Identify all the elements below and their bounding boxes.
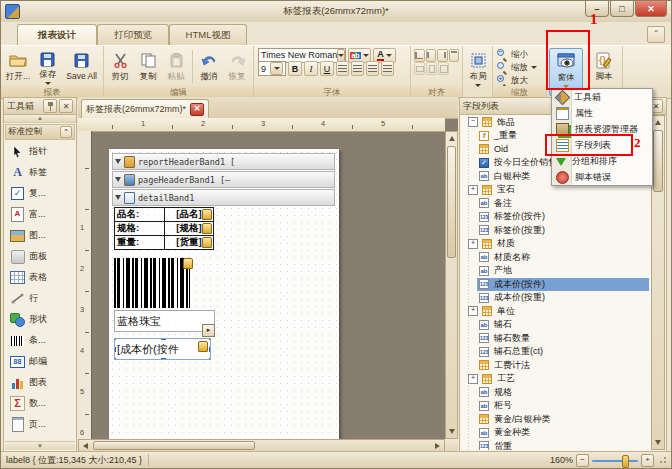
field-item[interactable]: 备注 (463, 197, 649, 210)
field-item[interactable]: +工艺 (463, 373, 649, 386)
field-item[interactable]: +材质 (463, 238, 649, 251)
canvas-vertical-scrollbar[interactable] (445, 131, 458, 439)
underline-button[interactable]: U (320, 61, 334, 76)
scroll-left-icon[interactable] (83, 443, 88, 449)
selection-handle[interactable] (114, 347, 116, 352)
field-item[interactable]: 材质名称 (463, 251, 649, 264)
field-item[interactable]: 辅石 (463, 319, 649, 332)
size-same-height-button[interactable] (426, 62, 437, 75)
pin-icon[interactable] (43, 99, 57, 113)
open-button[interactable]: 打开... (3, 48, 33, 85)
selection-handle[interactable] (209, 347, 211, 352)
band-collapse-icon[interactable] (115, 195, 121, 200)
font-name-caret[interactable] (337, 49, 345, 62)
align-tops-button[interactable] (449, 49, 460, 62)
tool-pointer[interactable]: 指针 (4, 141, 76, 162)
field-item[interactable]: +单位 (463, 305, 649, 318)
size-same-both-button[interactable] (438, 62, 449, 75)
field-list-scrollbar[interactable] (651, 115, 665, 450)
selection-handle[interactable] (114, 338, 116, 340)
zoom-out-stepper[interactable]: − (576, 454, 589, 467)
copy-button[interactable]: 复制 (134, 48, 162, 85)
zoom-button[interactable]: 缩放 (495, 61, 544, 74)
table-row[interactable]: 规格: [规格] (115, 222, 214, 236)
redo-button[interactable]: 恢复 (223, 48, 251, 85)
font-size-caret[interactable] (270, 62, 283, 75)
scrollbar-thumb[interactable] (447, 146, 456, 258)
expand-expander-icon[interactable]: + (468, 306, 478, 316)
document-tab[interactable]: 标签报表(26mmx72mm)* ✕ (81, 99, 209, 119)
scroll-down-icon[interactable] (655, 440, 661, 445)
toolbox-scroll-down[interactable]: ▼ (5, 441, 75, 450)
tool-zipcode[interactable]: 88 邮编 (4, 351, 76, 372)
ribbon-collapse-button[interactable]: ⌃ (647, 26, 665, 43)
zoom-in-stepper[interactable]: + (641, 454, 654, 467)
field-item[interactable]: 规格 (463, 386, 649, 399)
company-label-element[interactable]: 蓝格珠宝 (114, 310, 215, 332)
tool-richtext[interactable]: A 富... (4, 204, 76, 225)
field-item[interactable]: 黄金/白银种类 (463, 413, 649, 426)
cut-button[interactable]: 剪切 (106, 48, 134, 85)
align-rights-button[interactable] (437, 49, 448, 62)
close-button[interactable]: ✕ (635, 1, 667, 17)
scroll-up-icon[interactable] (655, 120, 661, 125)
field-item[interactable]: 成本价(按重) (463, 292, 649, 305)
align-text-center-button[interactable] (351, 61, 364, 76)
paste-button[interactable]: 粘贴 (162, 48, 190, 85)
band-report-header[interactable]: reportHeaderBand1 [ (112, 153, 335, 170)
zoom-slider-thumb[interactable] (622, 455, 629, 468)
scroll-down-icon[interactable] (449, 429, 455, 434)
tool-chart[interactable]: 图表 (4, 372, 76, 393)
field-item[interactable]: 标签价(按件) (463, 211, 649, 224)
smart-tag-icon[interactable]: ▸ (202, 324, 215, 337)
tool-panel[interactable]: 面板 (4, 246, 76, 267)
tool-checkbox[interactable]: ✓ 复... (4, 183, 76, 204)
tool-barcode[interactable]: 条... (4, 330, 76, 351)
field-item[interactable]: 工费计法 (463, 359, 649, 372)
layout-button[interactable]: 布局 (465, 48, 491, 98)
toolbox-scroll-up[interactable]: ▲ (4, 115, 76, 123)
barcode-element[interactable] (114, 258, 190, 308)
tool-line[interactable]: 行 (4, 288, 76, 309)
zoom-slider[interactable] (592, 455, 638, 466)
toolbox-close-icon[interactable]: ✕ (59, 99, 73, 113)
font-size-combo[interactable]: 9 (258, 61, 286, 76)
scrollbar-thumb[interactable] (93, 441, 255, 450)
menu-item-properties[interactable]: 属性 (552, 105, 652, 121)
scroll-up-icon[interactable] (449, 136, 455, 141)
toolbox-section-standard-controls[interactable]: 标准控制 ⌃ (5, 124, 75, 140)
tool-shape[interactable]: 形状 (4, 309, 76, 330)
resize-grip[interactable] (659, 456, 667, 464)
expand-expander-icon[interactable]: + (468, 239, 478, 249)
field-item-selected[interactable]: 成本价(按件) (463, 278, 649, 291)
table-row[interactable]: 重量: [货重] (115, 236, 214, 250)
save-button[interactable]: 保存 (33, 48, 62, 85)
field-item[interactable]: 辅石数量 (463, 332, 649, 345)
align-text-left-button[interactable] (336, 61, 349, 76)
tool-label[interactable]: A 标签 (4, 162, 76, 183)
selection-handle[interactable] (161, 338, 166, 340)
undo-button[interactable]: 撤消 (195, 48, 223, 85)
align-text-justify-button[interactable] (381, 61, 394, 76)
maximize-button[interactable]: □ (610, 1, 634, 17)
field-item[interactable]: 黄金种类 (463, 427, 649, 440)
expand-expander-icon[interactable]: + (468, 185, 478, 195)
tab-report-design[interactable]: 报表设计 (17, 24, 97, 46)
bold-button[interactable]: B (288, 61, 302, 76)
selection-handle[interactable] (209, 358, 211, 360)
align-lefts-button[interactable] (414, 49, 425, 62)
menu-item-toolbox[interactable]: 工具箱 (552, 89, 652, 105)
design-surface[interactable]: 1 2 3 4 5 6 reportHeaderBand1 [ pageHead… (78, 131, 445, 439)
align-centers-button[interactable] (426, 49, 437, 62)
field-item[interactable]: 产地 (463, 265, 649, 278)
field-item[interactable]: 标签价(按重) (463, 224, 649, 237)
menu-item-script-errors[interactable]: 脚本错误 (552, 169, 652, 185)
collapse-expander-icon[interactable]: − (468, 117, 478, 127)
selection-handle[interactable] (209, 338, 211, 340)
size-same-width-button[interactable] (414, 62, 425, 75)
italic-button[interactable]: I (304, 61, 318, 76)
tab-html-view[interactable]: HTML视图 (169, 24, 247, 46)
menu-item-group-sort[interactable]: 分组和排序 (552, 153, 652, 169)
selection-handle[interactable] (114, 358, 116, 360)
field-item[interactable]: 柜号 (463, 400, 649, 413)
